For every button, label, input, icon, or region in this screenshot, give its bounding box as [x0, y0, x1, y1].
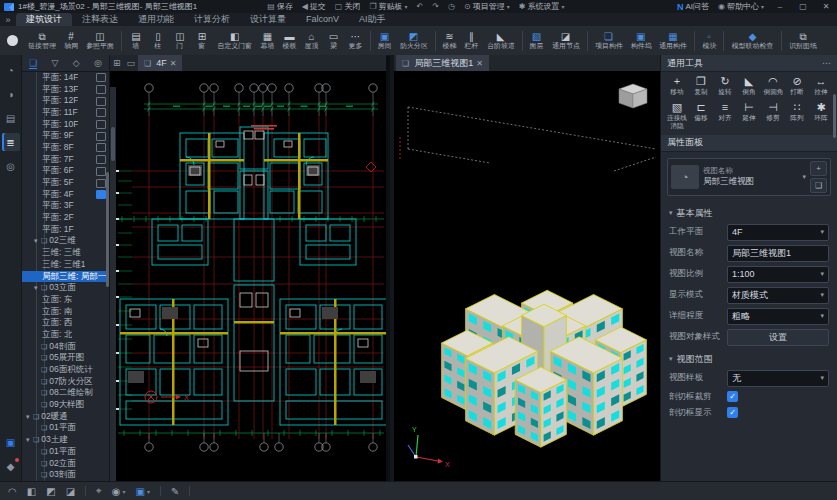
ribbon-台阶坡道[interactable]: ◣台阶坡道	[483, 31, 519, 50]
view-list-icon[interactable]: ≣	[2, 133, 20, 151]
ribbon-面层[interactable]: ▧面层	[526, 31, 548, 50]
chevron-down-icon[interactable]: ▾	[802, 173, 806, 181]
add-type-button[interactable]: +	[810, 161, 827, 176]
设置-button[interactable]: 设置	[727, 329, 829, 346]
tree-item[interactable]: 平面: 11F	[22, 107, 109, 119]
ribbon-屋顶[interactable]: ⌂屋顶	[301, 31, 323, 50]
视图名称-input[interactable]: 局部三维视图1	[727, 245, 829, 262]
submit-button[interactable]: ◀提交	[302, 1, 326, 12]
system-settings-menu[interactable]: ✱系统设置▾	[519, 1, 565, 12]
ribbon-防火分区[interactable]: ◩防火分区	[396, 31, 432, 50]
filter-icon[interactable]: ▽	[52, 58, 59, 68]
tab-local-3d-view[interactable]: ❏ 局部三维视图1 ✕	[396, 55, 489, 71]
ribbon-链接管理[interactable]: ⧉链接管理	[24, 31, 60, 50]
undo-icon[interactable]: ↶	[417, 2, 424, 11]
tree-item[interactable]: 平面: 14F	[22, 72, 109, 84]
visibility-toggle[interactable]	[96, 143, 106, 152]
more-icon[interactable]: ⋯	[822, 58, 831, 68]
tab-plan-4f[interactable]: ❏ 4F ✕	[138, 55, 182, 71]
tree-item[interactable]: ❏09大样图	[22, 399, 109, 411]
assistant-icon[interactable]	[7, 35, 18, 46]
tree-item[interactable]: ❏03剖面	[22, 469, 109, 481]
工作平面-select[interactable]: 4F▾	[727, 224, 829, 241]
tree-item[interactable]: 立面: 西	[22, 317, 109, 329]
tree-item[interactable]: 平面: 6F	[22, 166, 109, 178]
tool-复制[interactable]: ❐复制	[689, 75, 713, 96]
tree-item[interactable]: 立面: 北	[22, 329, 109, 341]
type-selector[interactable]: ◔ 视图名称 局部三维视图 ▾ + ❏	[667, 158, 831, 196]
menu-tab-FalconV[interactable]: FalconV	[296, 13, 349, 26]
tab-close-icon[interactable]: ✕	[170, 59, 177, 68]
ribbon-楼梯[interactable]: ≋楼梯	[439, 31, 461, 50]
tool-对齐[interactable]: ≡对齐	[713, 101, 737, 129]
section-box-icon[interactable]: ▣▾	[135, 486, 149, 497]
model-view-icon[interactable]: ◔	[2, 61, 20, 79]
menu-tab-通用功能[interactable]: 通用功能	[128, 13, 184, 26]
ribbon-更多[interactable]: ⋯更多	[345, 31, 367, 50]
ribbon-模型联动检查[interactable]: ◆模型联动检查	[727, 31, 778, 50]
visibility-icon[interactable]: ◉▾	[112, 486, 126, 497]
ribbon-柱[interactable]: ▯柱	[147, 31, 169, 50]
cloud-sync-icon[interactable]: ◠	[8, 486, 17, 497]
tree-item[interactable]: 平面: 1F	[22, 224, 109, 236]
ribbon-门[interactable]: ◫门	[169, 31, 191, 50]
compass-icon[interactable]: ◑	[2, 85, 20, 103]
tree-item[interactable]: ❏07防火分区	[22, 376, 109, 388]
visibility-toggle[interactable]	[96, 97, 106, 106]
view-range-header[interactable]: ▾ 视图范围	[661, 348, 837, 368]
tool-移动[interactable]: +移动	[665, 75, 689, 96]
ribbon-梁[interactable]: ▭梁	[323, 31, 345, 50]
显示模式-select[interactable]: 材质模式▾	[727, 287, 829, 304]
tools-scrollbar[interactable]	[833, 94, 836, 138]
project-folder-icon[interactable]: ▤	[2, 109, 20, 127]
notification-icon[interactable]: ◆	[2, 457, 20, 475]
save-button[interactable]: ▤保存	[267, 1, 293, 12]
expander-icon[interactable]: »	[0, 15, 16, 25]
tool-修剪[interactable]: ⊣修剪	[761, 101, 785, 129]
tab-close-icon[interactable]: ✕	[476, 59, 483, 68]
floor-plan-drawing[interactable]: X	[116, 71, 386, 481]
tree-item[interactable]: 局部三维: 局部一	[22, 271, 109, 283]
tool-拉伸[interactable]: ↔拉伸	[809, 75, 833, 96]
grid-icon[interactable]: ⊞	[113, 58, 121, 68]
tree-item[interactable]: ❏01平面	[22, 423, 109, 435]
close-button[interactable]: ✕	[819, 2, 833, 11]
locate-icon[interactable]: ◎	[94, 58, 102, 68]
tree-item[interactable]: 平面: 8F	[22, 142, 109, 154]
model-3d-drawing[interactable]: Y X	[394, 71, 664, 481]
menu-tab-设计算量[interactable]: 设计算量	[240, 13, 296, 26]
maximize-button[interactable]: ▢	[796, 2, 810, 11]
history-icon[interactable]: ◷	[448, 2, 455, 11]
annotate-icon[interactable]: ✎	[171, 486, 179, 497]
locate-element-icon[interactable]: ⌖	[96, 485, 102, 497]
tree-item[interactable]: 平面: 5F	[22, 177, 109, 189]
剖切框裁剪-checkbox[interactable]: ✓	[727, 391, 738, 402]
tool-连接线消隐[interactable]: ▧连接线消隐	[665, 101, 689, 129]
tree-item[interactable]: ❏08二维绘制	[22, 388, 109, 400]
ribbon-识别图纸[interactable]: ⧉识别图纸	[785, 31, 821, 50]
clipboard-button[interactable]: ❐剪贴板▾	[369, 1, 407, 12]
ribbon-自定义门窗[interactable]: ◧自定义门窗	[213, 31, 257, 50]
详细程度-select[interactable]: 粗略▾	[727, 308, 829, 325]
view-style-wire-icon[interactable]: ◧	[27, 486, 36, 497]
tree-item[interactable]: ❏05展开图	[22, 353, 109, 365]
category-icon[interactable]: ◇	[73, 58, 80, 68]
视图样板-select[interactable]: 无▾	[727, 370, 829, 387]
tree-item[interactable]: 三维: 三维1	[22, 259, 109, 271]
ribbon-幕墙[interactable]: ▦幕墙	[257, 31, 279, 50]
tree-item[interactable]: ▾❏02三维	[22, 236, 109, 248]
tree-item[interactable]: 立面: 东	[22, 294, 109, 306]
tree-item[interactable]: 平面: 3F	[22, 201, 109, 213]
duplicate-type-button[interactable]: ❏	[810, 178, 827, 193]
ai-qa-button[interactable]: NAI问答	[677, 1, 709, 12]
menu-tab-建筑设计[interactable]: 建筑设计	[16, 13, 72, 26]
剖切框显示-checkbox[interactable]: ✓	[727, 407, 738, 418]
tree-item[interactable]: 平面: 2F	[22, 212, 109, 224]
tree-item[interactable]: 平面: 13F	[22, 84, 109, 96]
visibility-toggle[interactable]	[96, 132, 106, 141]
ribbon-墙[interactable]: ▤墙	[125, 31, 147, 50]
ribbon-通用节点[interactable]: ◪通用节点	[548, 31, 584, 50]
tree-item[interactable]: 平面: 7F	[22, 154, 109, 166]
ribbon-通用构件[interactable]: ▦通用构件	[655, 31, 691, 50]
ribbon-栏杆[interactable]: ∥栏杆	[461, 31, 483, 50]
